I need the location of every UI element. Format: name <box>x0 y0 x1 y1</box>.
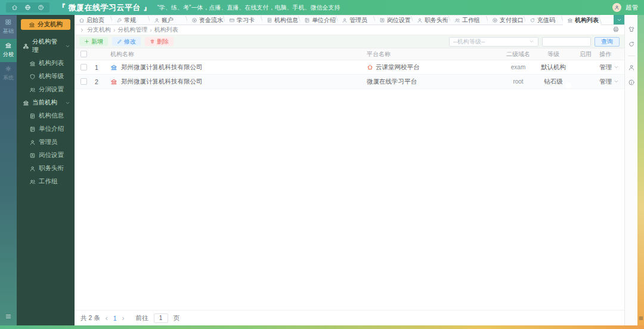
rail-item-label: 系统 <box>3 74 14 82</box>
sidebar-item-admins[interactable]: 管理员 <box>17 136 75 149</box>
select-all-checkbox[interactable] <box>80 51 87 57</box>
user-avatar[interactable] <box>612 3 621 12</box>
tab-admins[interactable]: 管理员 <box>338 15 375 24</box>
tab-label: 支付接口 <box>500 16 524 24</box>
tab-study-card[interactable]: 学习卡 <box>225 15 262 24</box>
prev-page-button[interactable]: ‹ <box>106 314 108 322</box>
tab-payment-api[interactable]: 支付接口 <box>488 15 525 24</box>
globe-icon[interactable] <box>24 4 31 11</box>
delete-button-label: 删除 <box>157 38 169 46</box>
next-page-button[interactable]: › <box>122 314 125 322</box>
search-input[interactable] <box>542 37 591 47</box>
sidebar-item-profit-settings[interactable]: 分润设置 <box>17 83 75 96</box>
rail-collapse-button[interactable] <box>5 313 12 325</box>
content-empty-area <box>75 89 624 310</box>
home-icon <box>367 64 373 70</box>
sidebar-item-unit-intro[interactable]: 单位介绍 <box>17 122 75 136</box>
branch-org-label: 分支机构 <box>38 20 63 29</box>
breadcrumb-item[interactable]: 机构列表 <box>154 26 178 34</box>
tab-org-list[interactable]: 机构列表 <box>563 15 600 25</box>
subdomain-value: exam <box>501 64 535 70</box>
platform-name[interactable]: 微厦在线学习平台 <box>367 78 417 86</box>
tab-funds-flow[interactable]: 资金流水 <box>187 15 225 24</box>
breadcrumb-item[interactable]: 分支机构 <box>87 26 111 34</box>
sidebar-group-current-org[interactable]: 当前机构 <box>17 96 75 109</box>
sidebar-group-org-management[interactable]: 分机构管理 <box>17 35 75 57</box>
right-collapse-button[interactable] <box>638 315 644 322</box>
org-name[interactable]: 郑州微厦计算机科技有限公司 <box>121 63 203 72</box>
search-button[interactable]: 查询 <box>595 37 620 47</box>
sidebar-item-work-groups[interactable]: 工作组 <box>17 175 75 188</box>
tab-recharge-codes[interactable]: 充值码 <box>525 15 563 24</box>
print-button[interactable] <box>612 26 620 34</box>
tab-label: 机构信息 <box>274 16 298 24</box>
column-enabled: 启用 <box>572 50 599 59</box>
org-tree-icon <box>23 43 29 50</box>
row-checkbox[interactable] <box>80 78 87 85</box>
total-count-label: 共 2 条 <box>80 314 100 322</box>
tab-label: 资金流水 <box>199 16 223 24</box>
person-icon <box>342 17 348 23</box>
manage-dropdown[interactable]: 管理 <box>599 63 624 72</box>
platform-name[interactable]: 云课堂网校平台 <box>376 63 420 72</box>
help-icon[interactable] <box>38 4 44 11</box>
sidebar-item-org-level[interactable]: 机构等级 <box>17 70 75 83</box>
rail-item-label: 基础 <box>3 27 14 35</box>
username-label[interactable]: 超管 <box>626 4 638 12</box>
tab-job-titles[interactable]: 职务头衔 <box>413 15 450 24</box>
menu-list-icon <box>638 315 644 321</box>
branch-org-button[interactable]: 分支机构 <box>21 19 70 30</box>
table-row: 2 郑州微厦计算机科技有限公司 微厦在线学习平台 root 钻石级 管理 <box>75 75 624 89</box>
document-icon <box>29 113 36 119</box>
column-action: 操作 <box>599 50 624 59</box>
sidebar-item-org-list[interactable]: 机构列表 <box>17 57 75 70</box>
sidebar-item-job-titles[interactable]: 职务头衔 <box>17 162 75 175</box>
pagination-bar: 共 2 条 ‹ 1 › 前往 页 <box>75 310 624 325</box>
tab-org-info[interactable]: 机构信息 <box>262 15 300 24</box>
grid-icon <box>5 19 12 26</box>
sidebar: 分支机构 分机构管理 机构列表 机构等级 分润设置 当前机构 <box>17 15 75 325</box>
plus-icon <box>84 39 89 44</box>
current-page-number[interactable]: 1 <box>113 315 117 322</box>
info-icon[interactable] <box>628 79 635 86</box>
header-quick-icons <box>6 2 49 13</box>
manage-dropdown[interactable]: 管理 <box>599 78 624 86</box>
rail-item-basic[interactable]: 基础 <box>0 16 17 39</box>
sidebar-item-post-settings[interactable]: 岗位设置 <box>17 149 75 162</box>
chevron-down-icon <box>614 79 619 84</box>
sidebar-item-label: 岗位设置 <box>39 151 64 159</box>
sidebar-item-org-info[interactable]: 机构信息 <box>17 109 75 122</box>
rail-item-system[interactable]: 系统 <box>0 62 17 85</box>
tab-general[interactable]: 常规 <box>112 15 150 24</box>
search-button-label: 查询 <box>601 38 613 46</box>
row-index: 1 <box>95 64 110 71</box>
person-icon <box>154 17 160 23</box>
chevron-down-icon <box>529 39 534 44</box>
tab-account[interactable]: 账户 <box>150 15 187 24</box>
org-level-select[interactable]: --机构等级-- <box>449 37 538 47</box>
refresh-history-icon[interactable] <box>628 41 635 48</box>
org-level-select-value: --机构等级-- <box>453 38 485 46</box>
contact-person-icon[interactable] <box>628 64 635 71</box>
tab-post-settings[interactable]: 岗位设置 <box>375 15 413 24</box>
rail-item-branch[interactable]: 分校 <box>0 39 17 62</box>
add-button[interactable]: 新增 <box>79 37 108 46</box>
delete-button[interactable]: 删除 <box>145 37 174 46</box>
org-name[interactable]: 郑州微厦计算机科技有限公司 <box>121 78 203 86</box>
tab-home-page[interactable]: 启始页 <box>75 15 112 24</box>
breadcrumb-item[interactable]: 分机构管理 <box>117 26 147 34</box>
app-window: 『 微厦在线学习云平台 』 “学、练、考”一体，点播、直播、在线支付，电脑、手机… <box>0 0 644 329</box>
sidebar-item-label: 职务头衔 <box>39 164 64 173</box>
row-checkbox[interactable] <box>80 64 87 70</box>
tab-label: 单位介绍 <box>312 16 336 24</box>
app-title: 『 微厦在线学习云平台 』 <box>58 2 151 13</box>
edit-button[interactable]: 修改 <box>112 37 141 46</box>
tab-work-groups[interactable]: 工作组 <box>450 15 488 24</box>
goto-page-input[interactable] <box>154 313 168 323</box>
tab-unit-intro[interactable]: 单位介绍 <box>300 15 338 24</box>
tab-overflow-button[interactable] <box>614 15 624 24</box>
tab-label: 管理员 <box>349 16 367 24</box>
table-row: 1 郑州微厦计算机科技有限公司 云课堂网校平台 exam 默认机构 管理 <box>75 60 624 75</box>
theme-skin-icon[interactable] <box>628 26 635 33</box>
home-icon[interactable] <box>11 4 18 11</box>
